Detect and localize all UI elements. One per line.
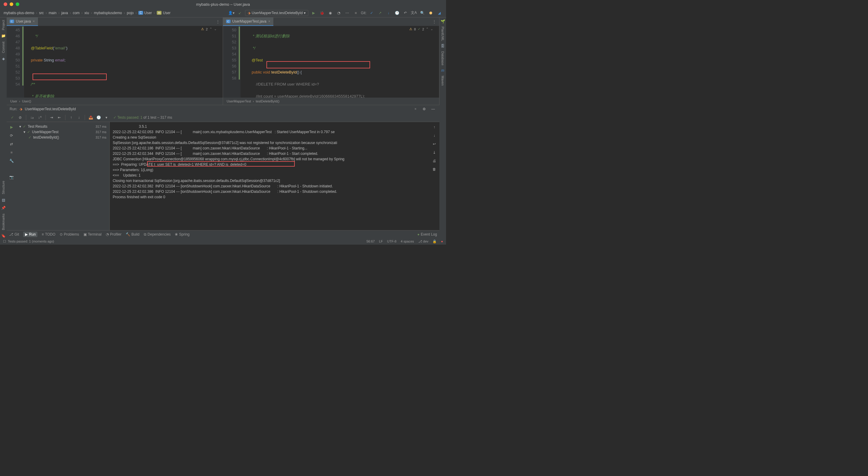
- run-config-dropdown[interactable]: ⬗UserMapperTest.testDeleteById▾: [245, 10, 308, 16]
- tab-user-java[interactable]: C User.java ×: [7, 18, 38, 26]
- debug-icon[interactable]: 🐞: [318, 10, 325, 16]
- line-gutter: 505152535455565758: [223, 26, 238, 98]
- breadcrumb[interactable]: mybatis-plus-demo› src› main› java› com›…: [4, 11, 170, 15]
- rerun-icon[interactable]: ▶: [8, 124, 15, 130]
- attach-icon[interactable]: ⋯: [344, 10, 350, 16]
- editor-body[interactable]: * 测试根据id进行删除 */ @Test public void testDe…: [241, 26, 439, 98]
- hammer-icon[interactable]: ↙: [237, 10, 243, 16]
- git-push-icon[interactable]: ↗: [377, 10, 383, 16]
- database-icon[interactable]: 🗄: [441, 44, 444, 48]
- bottom-git[interactable]: ⎇ Git: [9, 232, 19, 236]
- warning-icon[interactable]: ⚠: [201, 27, 204, 31]
- prev-warn-icon[interactable]: ⌃: [210, 27, 212, 31]
- maximize-window[interactable]: [16, 2, 19, 6]
- export-icon[interactable]: 📤: [87, 114, 94, 121]
- plantuml-icon[interactable]: 🌱: [441, 19, 445, 24]
- scroll-down-icon[interactable]: ↓: [431, 132, 438, 139]
- event-log[interactable]: ● Event Log: [417, 232, 437, 236]
- warning-icon[interactable]: ⚠: [409, 27, 412, 31]
- maven-icon[interactable]: m: [441, 68, 444, 73]
- project-tab[interactable]: Project: [1, 20, 5, 30]
- structure-icon[interactable]: ▤: [2, 198, 5, 202]
- tab-usermappertest-java[interactable]: C UserMapperTest.java ×: [223, 18, 273, 26]
- commit-tab[interactable]: Commit: [1, 41, 5, 53]
- sort-alpha-icon[interactable]: ↓ᴬ: [36, 114, 43, 121]
- caret-pos[interactable]: 56:67: [367, 240, 375, 244]
- bottom-problems[interactable]: ⊙ Problems: [60, 232, 79, 236]
- commit-icon[interactable]: ◈: [2, 57, 5, 61]
- rerun-failed-icon[interactable]: ⟳: [8, 132, 15, 139]
- git-branch[interactable]: ⎇ dev: [418, 240, 429, 244]
- plantuml-tab[interactable]: PlantUML: [441, 27, 444, 41]
- line-sep[interactable]: LF: [379, 240, 383, 244]
- close-tab-icon[interactable]: ×: [268, 19, 270, 24]
- stop-run-icon[interactable]: ■: [8, 149, 15, 156]
- git-pull-icon[interactable]: ✓: [368, 10, 375, 16]
- ok-icon[interactable]: ✓: [418, 27, 421, 31]
- run-icon[interactable]: ▶: [310, 10, 317, 16]
- history-icon[interactable]: 🕐: [95, 114, 102, 121]
- scroll-up-icon[interactable]: ↑: [431, 124, 438, 130]
- gear-icon[interactable]: ⚙: [421, 106, 427, 113]
- translate-icon[interactable]: 文A: [410, 10, 417, 16]
- updates-icon[interactable]: ⬣: [427, 10, 434, 16]
- bottom-spring[interactable]: ❀ Spring: [175, 232, 190, 236]
- maven-tab[interactable]: Maven: [441, 75, 444, 86]
- bottom-run[interactable]: ▶ Run: [23, 232, 37, 237]
- editor-body[interactable]: */ @TableField("email") private String e…: [24, 26, 223, 98]
- camera-icon[interactable]: 📷: [8, 174, 15, 181]
- wrench-icon[interactable]: 🔧: [8, 158, 15, 164]
- lock-icon[interactable]: 🔒: [433, 240, 437, 244]
- close-window[interactable]: [4, 2, 7, 6]
- console-output[interactable]: 3.5.12022-12-25 22:42:02.053 INFO 12104 …: [110, 122, 439, 230]
- sort-down-icon[interactable]: ↓₂: [29, 114, 35, 121]
- bottom-todo[interactable]: ≡ TODO: [41, 232, 55, 236]
- clear-icon[interactable]: 🗑: [431, 166, 438, 172]
- bottom-profiler[interactable]: ◔ Profiler: [106, 232, 121, 236]
- settings-icon[interactable]: ▾: [103, 114, 110, 121]
- print-icon[interactable]: 🖨: [431, 158, 438, 164]
- close-panel-icon[interactable]: ×: [414, 107, 416, 111]
- show-ignored-icon[interactable]: ⊘: [17, 114, 24, 121]
- folder-icon[interactable]: 📁: [1, 34, 6, 38]
- expand-icon[interactable]: ⇥: [48, 114, 55, 121]
- bookmarks-tab[interactable]: Bookmarks: [1, 214, 5, 230]
- git-revert-icon[interactable]: ↶: [402, 10, 409, 16]
- structure-tab[interactable]: Structure: [1, 181, 5, 194]
- show-passed-icon[interactable]: ✓: [9, 114, 16, 121]
- minimize-panel-icon[interactable]: —: [430, 106, 436, 113]
- next-warn-icon[interactable]: ⌄: [430, 27, 433, 31]
- bottom-dependencies[interactable]: ⧉ Dependencies: [144, 232, 171, 236]
- ide-icon[interactable]: ◢: [436, 10, 442, 16]
- editor-breadcrumb[interactable]: User›User(): [7, 98, 223, 105]
- close-tab-icon[interactable]: ×: [33, 19, 35, 24]
- profile-icon[interactable]: ◔: [336, 10, 342, 16]
- scroll-end-icon[interactable]: ⤓: [431, 149, 438, 156]
- user-icon[interactable]: 👤▾: [228, 10, 235, 16]
- test-tree[interactable]: ▾✓Test Results317 ms ▾✓UserMapperTest317…: [16, 122, 110, 230]
- git-history-icon[interactable]: 🕐: [394, 10, 400, 16]
- bookmark-icon[interactable]: 🔖: [1, 234, 6, 238]
- encoding[interactable]: UTF-8: [387, 240, 396, 244]
- git-update-icon[interactable]: ↓: [385, 10, 392, 16]
- prev-icon[interactable]: ↑: [68, 114, 74, 121]
- tab-overflow-icon[interactable]: ⋮: [213, 20, 223, 24]
- next-icon[interactable]: ↓: [76, 114, 82, 121]
- pin-icon[interactable]: 📌: [1, 206, 6, 210]
- next-warn-icon[interactable]: ⌄: [214, 27, 217, 31]
- bottom-build[interactable]: 🔨 Build: [126, 232, 140, 236]
- circle-icon[interactable]: ●: [441, 240, 443, 244]
- database-tab[interactable]: Database: [441, 51, 444, 65]
- editor-breadcrumb[interactable]: UserMapperTest›testDeleteById(): [223, 98, 439, 105]
- indent[interactable]: 4 spaces: [401, 240, 414, 244]
- bottom-terminal[interactable]: ▣ Terminal: [84, 232, 101, 236]
- soft-wrap-icon[interactable]: ↩: [431, 141, 438, 147]
- prev-warn-icon[interactable]: ⌃: [426, 27, 429, 31]
- stop-icon[interactable]: ■: [352, 10, 359, 16]
- toggle-auto-icon[interactable]: ⇄: [8, 141, 15, 147]
- coverage-icon[interactable]: ◉: [327, 10, 334, 16]
- collapse-icon[interactable]: ⇤: [56, 114, 63, 121]
- tab-overflow-icon[interactable]: ⋮: [430, 20, 439, 24]
- search-icon[interactable]: 🔍: [419, 10, 426, 16]
- minimize-window[interactable]: [10, 2, 13, 6]
